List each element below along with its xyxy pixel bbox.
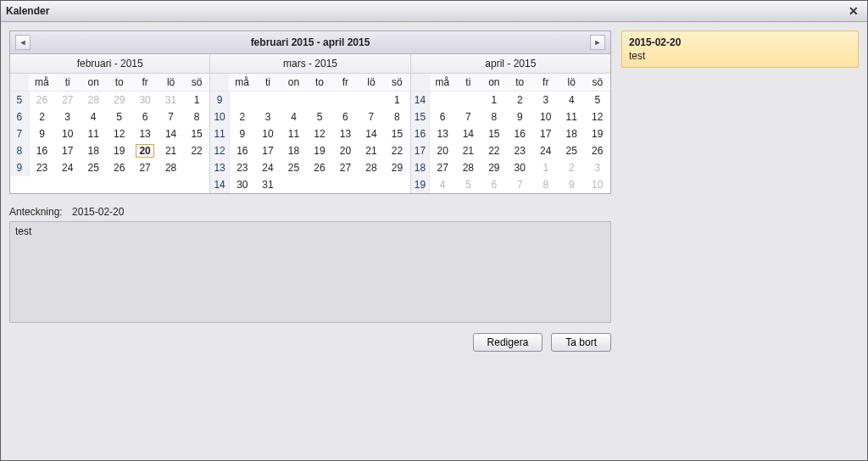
calendar-day[interactable]: 10	[54, 125, 80, 142]
calendar-day[interactable]: 18	[81, 142, 106, 159]
calendar-day[interactable]: 1	[533, 159, 559, 176]
calendar-day[interactable]: 27	[54, 92, 80, 109]
calendar-day[interactable]: 20	[132, 142, 158, 159]
calendar-day[interactable]: 15	[384, 125, 410, 142]
calendar-day[interactable]: 26	[307, 159, 332, 176]
calendar-day[interactable]: 2	[29, 108, 54, 125]
calendar-day[interactable]: 21	[359, 142, 384, 159]
calendar-day[interactable]: 15	[184, 125, 210, 142]
calendar-day[interactable]: 28	[455, 159, 481, 176]
calendar-day[interactable]: 9	[559, 176, 584, 193]
calendar-day[interactable]: 8	[184, 108, 210, 125]
calendar-day[interactable]: 26	[584, 142, 610, 159]
calendar-day[interactable]: 2	[507, 92, 532, 109]
calendar-day[interactable]: 3	[584, 159, 610, 176]
calendar-day[interactable]: 30	[507, 159, 532, 176]
calendar-day[interactable]: 25	[559, 142, 584, 159]
calendar-day[interactable]: 25	[281, 159, 306, 176]
calendar-day[interactable]: 26	[29, 92, 54, 109]
calendar-day[interactable]: 6	[481, 176, 507, 193]
calendar-day[interactable]: 11	[81, 125, 106, 142]
calendar-day[interactable]: 24	[54, 159, 80, 176]
calendar-day[interactable]: 9	[229, 125, 254, 142]
calendar-day[interactable]: 5	[584, 92, 610, 109]
prev-month-button[interactable]: ◄	[15, 35, 31, 50]
edit-button[interactable]: Redigera	[473, 333, 543, 352]
calendar-day[interactable]: 8	[533, 176, 559, 193]
calendar-day[interactable]: 28	[158, 159, 183, 176]
calendar-day[interactable]: 24	[255, 159, 281, 176]
note-card[interactable]: 2015-02-20 test	[621, 31, 859, 68]
calendar-day[interactable]: 24	[533, 142, 559, 159]
calendar-day[interactable]: 5	[106, 108, 131, 125]
calendar-day[interactable]: 5	[455, 176, 481, 193]
calendar-day[interactable]: 3	[533, 92, 559, 109]
calendar-day[interactable]: 22	[184, 142, 210, 159]
calendar-day[interactable]: 7	[359, 108, 384, 125]
calendar-day[interactable]: 17	[54, 142, 80, 159]
calendar-day[interactable]: 23	[507, 142, 532, 159]
calendar-day[interactable]: 30	[229, 176, 254, 193]
calendar-day[interactable]: 18	[281, 142, 306, 159]
calendar-day[interactable]: 8	[384, 108, 410, 125]
calendar-day[interactable]: 17	[255, 142, 281, 159]
calendar-day[interactable]: 3	[54, 108, 80, 125]
calendar-day[interactable]: 16	[229, 142, 254, 159]
calendar-day[interactable]: 12	[106, 125, 131, 142]
calendar-day[interactable]: 20	[332, 142, 358, 159]
calendar-day[interactable]: 6	[430, 108, 455, 125]
calendar-day[interactable]: 13	[332, 125, 358, 142]
next-month-button[interactable]: ►	[590, 35, 605, 50]
calendar-day[interactable]: 13	[132, 125, 158, 142]
calendar-day[interactable]: 14	[158, 125, 183, 142]
calendar-day[interactable]: 3	[255, 108, 281, 125]
calendar-day[interactable]: 27	[132, 159, 158, 176]
calendar-day[interactable]: 28	[81, 92, 106, 109]
calendar-day[interactable]: 14	[359, 125, 384, 142]
calendar-day[interactable]: 11	[281, 125, 306, 142]
calendar-day[interactable]: 9	[507, 108, 532, 125]
calendar-day[interactable]: 5	[307, 108, 332, 125]
calendar-day[interactable]: 18	[559, 125, 584, 142]
calendar-day[interactable]: 7	[507, 176, 532, 193]
calendar-day[interactable]: 14	[455, 125, 481, 142]
calendar-day[interactable]: 1	[384, 92, 410, 109]
delete-button[interactable]: Ta bort	[551, 333, 611, 352]
calendar-day[interactable]: 9	[29, 125, 54, 142]
calendar-day[interactable]: 19	[106, 142, 131, 159]
calendar-day[interactable]: 8	[481, 108, 507, 125]
calendar-day[interactable]: 10	[255, 125, 281, 142]
calendar-day[interactable]: 16	[507, 125, 532, 142]
calendar-day[interactable]: 28	[359, 159, 384, 176]
calendar-day[interactable]: 27	[332, 159, 358, 176]
calendar-day[interactable]: 31	[255, 176, 281, 193]
calendar-day[interactable]: 19	[584, 125, 610, 142]
calendar-day[interactable]: 29	[106, 92, 131, 109]
calendar-day[interactable]: 29	[481, 159, 507, 176]
calendar-day[interactable]: 13	[430, 125, 455, 142]
calendar-day[interactable]: 4	[559, 92, 584, 109]
calendar-day[interactable]: 17	[533, 125, 559, 142]
calendar-day[interactable]: 12	[307, 125, 332, 142]
calendar-day[interactable]: 30	[132, 92, 158, 109]
calendar-day[interactable]: 6	[132, 108, 158, 125]
calendar-day[interactable]: 10	[584, 176, 610, 193]
calendar-day[interactable]: 26	[106, 159, 131, 176]
calendar-day[interactable]: 20	[430, 142, 455, 159]
calendar-day[interactable]: 10	[533, 108, 559, 125]
calendar-day[interactable]: 27	[430, 159, 455, 176]
calendar-day[interactable]: 23	[229, 159, 254, 176]
calendar-day[interactable]: 4	[81, 108, 106, 125]
calendar-day[interactable]: 15	[481, 125, 507, 142]
calendar-day[interactable]: 23	[29, 159, 54, 176]
calendar-day[interactable]: 12	[584, 108, 610, 125]
calendar-day[interactable]: 19	[307, 142, 332, 159]
calendar-day[interactable]: 11	[559, 108, 584, 125]
calendar-day[interactable]: 22	[384, 142, 410, 159]
calendar-day[interactable]: 21	[455, 142, 481, 159]
calendar-day[interactable]: 31	[158, 92, 183, 109]
calendar-day[interactable]: 7	[455, 108, 481, 125]
calendar-day[interactable]: 2	[559, 159, 584, 176]
calendar-day[interactable]: 16	[29, 142, 54, 159]
calendar-day[interactable]: 25	[81, 159, 106, 176]
